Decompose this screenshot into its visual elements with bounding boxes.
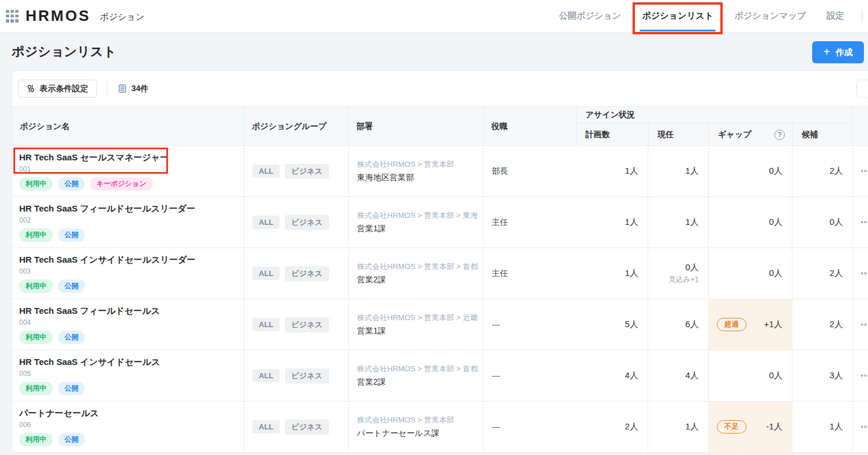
position-code: 005 <box>19 370 31 378</box>
column-header-current[interactable]: 現任 <box>648 123 709 146</box>
table-row[interactable]: HR Tech SaaS フィールドセールスリーダー 002 利用中 公開 AL… <box>12 197 868 248</box>
table-row[interactable]: HR Tech SaaS セールスマネージャー 001 利用中 公開 キーポジシ… <box>12 146 868 197</box>
plan-cell: 5人 <box>576 299 648 350</box>
column-header-name[interactable]: ポジション名 <box>12 107 244 146</box>
position-name[interactable]: HR Tech SaaS インサイドセールス <box>19 357 160 368</box>
tab-position-list[interactable]: ポジションリスト <box>642 0 713 32</box>
status-badge: キーポジション <box>90 177 153 191</box>
table-row[interactable]: HR Tech SaaS インサイドセールスリーダー 003 利用中 公開 AL… <box>12 248 868 299</box>
gap-status-pill: 超過 <box>717 318 746 331</box>
row-menu-icon[interactable]: ⋯ <box>852 299 868 350</box>
row-menu-icon[interactable]: ⋯ <box>852 197 868 248</box>
position-code: 003 <box>19 267 31 275</box>
row-menu-icon[interactable]: ⋯ <box>852 248 868 299</box>
status-badge: 公開 <box>58 280 85 293</box>
group-chip: ビジネス <box>285 368 328 384</box>
group-chip: ALL <box>252 369 280 382</box>
group-chip: ビジネス <box>285 317 328 332</box>
plus-icon: + <box>823 46 830 59</box>
plan-cell: 1人 <box>576 248 648 299</box>
display-conditions-button[interactable]: 表示条件設定 <box>18 80 97 98</box>
name-cell[interactable]: HR Tech SaaS フィールドセールス 004 利用中 公開 <box>12 299 244 350</box>
department-name: 営業1課 <box>357 326 386 336</box>
candidates-cell: 3人 <box>792 350 852 401</box>
name-cell[interactable]: HR Tech SaaS フィールドセールスリーダー 002 利用中 公開 <box>12 197 244 248</box>
position-code: 004 <box>19 318 31 327</box>
top-bar: HRMOS ポジション 公開ポジション ポジションリスト ポジションマップ 設定 <box>0 0 868 33</box>
gap-header-label: ギャップ <box>718 130 751 140</box>
department-path[interactable]: 株式会社HRMOS > 営業本部 > 東海… <box>357 210 479 221</box>
table-row[interactable]: HR Tech SaaS フィールドセールス 004 利用中 公開 ALL ビジ… <box>12 299 868 350</box>
group-chip: ビジネス <box>285 164 328 179</box>
column-header-group[interactable]: ポジショングループ <box>244 107 348 146</box>
column-header-plan[interactable]: 計画数 <box>577 123 648 146</box>
column-header-gap[interactable]: ギャップ ? <box>709 123 792 146</box>
current-value: 0人 <box>685 262 699 273</box>
status-badge: 公開 <box>58 433 85 446</box>
column-header-candidates[interactable]: 候補 <box>792 123 853 146</box>
position-name[interactable]: HR Tech SaaS インサイドセールスリーダー <box>19 255 195 266</box>
group-chip: ALL <box>252 420 280 433</box>
row-menu-icon[interactable]: ⋯ <box>852 402 868 452</box>
row-menu-icon[interactable]: ⋯ <box>852 350 868 401</box>
tab-position-list-label: ポジションリスト <box>642 10 713 22</box>
row-menu-icon[interactable]: ⋯ <box>852 146 868 196</box>
help-icon[interactable]: ? <box>774 130 785 140</box>
gap-cell: 0人 <box>708 197 792 248</box>
group-chip: ALL <box>252 267 280 280</box>
apps-grid-icon[interactable] <box>6 10 19 23</box>
group-chip: ビジネス <box>285 420 328 435</box>
position-name[interactable]: HR Tech SaaS フィールドセールスリーダー <box>19 203 195 214</box>
gap-cell: 0人 <box>708 248 792 299</box>
edge-partial-button[interactable] <box>856 80 868 98</box>
badge-row: 利用中 公開 <box>19 382 85 395</box>
status-badge: 利用中 <box>19 382 53 395</box>
table-row[interactable]: パートナーセールス 006 利用中 公開 ALL ビジネス 株式会社HRMOS … <box>12 402 868 453</box>
gap-status-pill: 不足 <box>717 420 746 433</box>
assign-cells: 5人 6人 超過 +1人 2人 <box>576 299 852 350</box>
create-button[interactable]: + 作成 <box>812 41 864 63</box>
status-badge: 利用中 <box>19 228 53 242</box>
group-chip: ビジネス <box>285 215 328 230</box>
candidates-cell: 1人 <box>792 402 852 452</box>
current-cell: 1人 <box>648 402 708 452</box>
tab-settings[interactable]: 設定 <box>827 0 844 32</box>
position-code: 006 <box>19 421 31 429</box>
column-header-role[interactable]: 役職 <box>483 107 576 146</box>
plan-cell: 1人 <box>576 146 648 196</box>
name-cell[interactable]: パートナーセールス 006 利用中 公開 <box>12 402 244 452</box>
department-name: 営業2課 <box>357 377 386 388</box>
gap-value: +1人 <box>764 319 783 330</box>
tab-position-map[interactable]: ポジションマップ <box>734 0 806 32</box>
role-cell: 部長 <box>483 146 576 196</box>
department-path[interactable]: 株式会社HRMOS > 営業本部 <box>357 415 454 425</box>
column-header-department[interactable]: 部署 <box>348 107 483 146</box>
department-path[interactable]: 株式会社HRMOS > 営業本部 > 首都… <box>357 261 479 272</box>
department-cell: 株式会社HRMOS > 営業本部 > 東海… 営業1課 <box>348 197 483 248</box>
department-path[interactable]: 株式会社HRMOS > 営業本部 > 近畿… <box>357 313 479 323</box>
result-count: 34件 <box>117 84 149 94</box>
role-cell: 主任 <box>483 248 576 299</box>
position-name[interactable]: パートナーセールス <box>19 408 99 419</box>
badge-row: 利用中 公開 <box>19 433 85 446</box>
assign-cells: 2人 1人 不足 -1人 1人 <box>576 402 852 452</box>
tab-public-positions[interactable]: 公開ポジション <box>559 0 621 32</box>
name-cell[interactable]: HR Tech SaaS インサイドセールスリーダー 003 利用中 公開 <box>12 248 244 299</box>
name-cell[interactable]: HR Tech SaaS インサイドセールス 005 利用中 公開 <box>12 350 244 401</box>
status-badge: 公開 <box>58 177 85 191</box>
table-header: ポジション名 ポジショングループ 部署 役職 アサイン状況 計画数 現任 ギャッ… <box>12 106 868 146</box>
position-name[interactable]: HR Tech SaaS フィールドセールス <box>19 306 160 317</box>
gap-value: -1人 <box>766 421 783 432</box>
role-cell: 主任 <box>483 197 576 248</box>
position-name[interactable]: HR Tech SaaS セールスマネージャー <box>19 152 169 163</box>
name-cell[interactable]: HR Tech SaaS セールスマネージャー 001 利用中 公開 キーポジシ… <box>12 146 244 196</box>
department-name: 東海地区営業部 <box>357 173 414 183</box>
assign-status-label: アサイン状況 <box>577 107 852 123</box>
department-path[interactable]: 株式会社HRMOS > 営業本部 <box>357 159 454 170</box>
group-chip: ビジネス <box>285 266 328 281</box>
table-row[interactable]: HR Tech SaaS インサイドセールス 005 利用中 公開 ALL ビジ… <box>12 350 868 402</box>
group-cell: ALL ビジネス <box>244 146 348 196</box>
plan-cell: 4人 <box>576 350 648 401</box>
group-chip: ALL <box>252 318 280 331</box>
department-path[interactable]: 株式会社HRMOS > 営業本部 > 首都… <box>357 364 479 374</box>
